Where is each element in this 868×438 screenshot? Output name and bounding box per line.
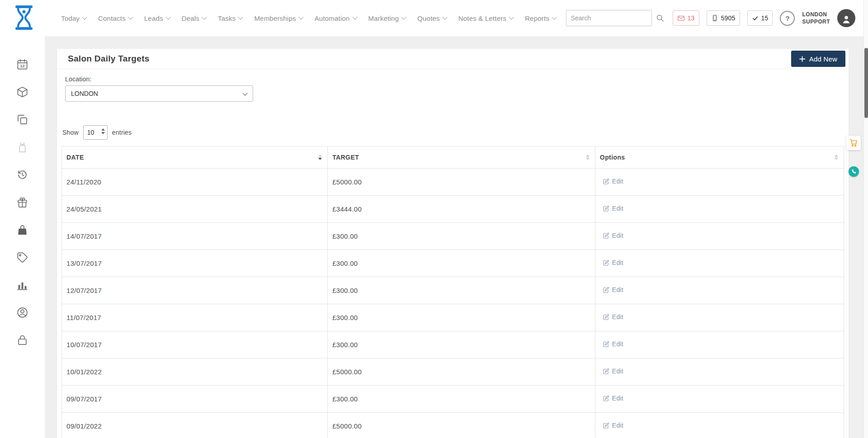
- page-length-control: Show 10 entries: [62, 125, 844, 140]
- chevron-down-icon: [442, 14, 447, 19]
- nav-item-label: Reports: [525, 14, 549, 22]
- tasks-count: 15: [761, 14, 769, 22]
- location-select[interactable]: LONDON: [65, 85, 253, 102]
- edit-link[interactable]: Edit: [600, 422, 623, 429]
- sort-icon: [586, 155, 590, 160]
- options-cell: Edit: [595, 358, 844, 386]
- shopping-bag-icon[interactable]: [16, 223, 29, 236]
- bar-chart-icon[interactable]: [16, 278, 29, 291]
- table-row: 09/01/2022£5000.00Edit: [62, 413, 844, 438]
- app-logo[interactable]: [14, 5, 34, 31]
- phone-widget[interactable]: [849, 166, 859, 177]
- target-cell: £300.00: [328, 223, 595, 250]
- edit-link[interactable]: Edit: [600, 232, 623, 239]
- edit-label: Edit: [612, 422, 623, 429]
- nav-item-quotes[interactable]: Quotes: [417, 14, 447, 22]
- edit-label: Edit: [612, 205, 623, 212]
- add-new-label: Add New: [809, 55, 837, 63]
- mail-count: 13: [688, 14, 695, 22]
- nav-item-automation[interactable]: Automation: [315, 14, 357, 22]
- nav-item-label: Today: [61, 14, 80, 22]
- chevron-down-icon: [509, 14, 514, 19]
- nav-item-memberships[interactable]: Memberships: [254, 14, 302, 22]
- search-input[interactable]: [566, 10, 652, 26]
- gift-icon[interactable]: [16, 196, 29, 208]
- page-title: Salon Daily Targets: [68, 54, 150, 64]
- edit-label: Edit: [612, 367, 623, 375]
- help-icon[interactable]: ?: [780, 11, 795, 26]
- table-row: 09/07/2017£300.00Edit: [62, 386, 844, 413]
- nav-item-leads[interactable]: Leads: [144, 14, 170, 22]
- add-new-button[interactable]: Add New: [791, 51, 845, 67]
- search-icon[interactable]: [655, 13, 665, 24]
- package-icon[interactable]: [16, 85, 29, 98]
- column-header-target[interactable]: TARGET: [328, 146, 595, 169]
- nav-item-today[interactable]: Today: [61, 14, 86, 22]
- table-row: 10/01/2022£5000.00Edit: [62, 358, 844, 386]
- show-label: Show: [62, 129, 79, 136]
- edit-link[interactable]: Edit: [600, 367, 623, 375]
- table-row: 13/07/2017£300.00Edit: [62, 250, 844, 277]
- options-cell: Edit: [595, 223, 844, 250]
- tasks-badge[interactable]: 15: [747, 10, 773, 26]
- edit-link[interactable]: Edit: [600, 340, 623, 348]
- nav-item-label: Leads: [144, 14, 163, 22]
- date-cell: 11/07/2017: [62, 304, 328, 331]
- edit-icon: [603, 422, 609, 429]
- user-avatar[interactable]: [837, 9, 855, 27]
- apron-icon[interactable]: [16, 141, 29, 153]
- edit-link[interactable]: Edit: [600, 178, 623, 185]
- user-name-line1: LONDON: [802, 11, 830, 18]
- mail-badge[interactable]: 13: [673, 10, 699, 26]
- nav-item-tasks[interactable]: Tasks: [218, 14, 242, 22]
- search-area: [566, 10, 665, 26]
- copy-icon[interactable]: [16, 113, 29, 126]
- edit-link[interactable]: Edit: [600, 259, 623, 266]
- chevron-down-icon: [352, 14, 357, 19]
- options-cell: Edit: [595, 331, 844, 358]
- page-size-select[interactable]: 10: [83, 125, 108, 140]
- edit-icon: [603, 395, 609, 402]
- edit-label: Edit: [612, 340, 623, 348]
- scrollbar-thumb[interactable]: [864, 48, 868, 118]
- edit-link[interactable]: Edit: [600, 313, 623, 320]
- edit-link[interactable]: Edit: [600, 395, 623, 402]
- tag-icon[interactable]: [16, 251, 29, 264]
- targets-table: DATE TARGET Options: [61, 146, 844, 438]
- column-header-options[interactable]: Options: [595, 146, 844, 169]
- calendar-icon[interactable]: 12: [16, 58, 29, 71]
- edit-label: Edit: [612, 259, 623, 266]
- topbar-right: 13 5905 15 ? LONDON SUPPORT: [566, 0, 855, 36]
- history-icon[interactable]: [16, 168, 29, 181]
- sort-icon: [835, 155, 838, 160]
- chevron-down-icon: [202, 14, 207, 19]
- phone-icon: [851, 169, 857, 174]
- nav-item-deals[interactable]: Deals: [182, 14, 206, 22]
- nav-item-reports[interactable]: Reports: [525, 14, 556, 22]
- chevron-down-icon: [165, 14, 170, 19]
- edit-icon: [603, 178, 609, 185]
- cart-widget[interactable]: [846, 136, 861, 150]
- nav-item-notes-letters[interactable]: Notes & Letters: [458, 14, 513, 22]
- scrollbar[interactable]: [863, 0, 868, 438]
- user-name-line2: SUPPORT: [802, 18, 830, 25]
- options-cell: Edit: [595, 250, 844, 277]
- chevron-down-icon: [552, 14, 557, 19]
- support-icon[interactable]: [16, 306, 29, 319]
- target-cell: £300.00: [328, 331, 595, 358]
- column-header-date[interactable]: DATE: [62, 146, 328, 169]
- calls-badge[interactable]: 5905: [707, 10, 740, 26]
- edit-link[interactable]: Edit: [600, 205, 623, 212]
- target-cell: £300.00: [328, 277, 595, 304]
- nav-item-contacts[interactable]: Contacts: [98, 14, 132, 22]
- edit-icon: [603, 287, 609, 293]
- edit-icon: [603, 314, 609, 320]
- nav-item-marketing[interactable]: Marketing: [368, 14, 406, 22]
- edit-link[interactable]: Edit: [600, 286, 623, 293]
- location-filter: Location: LONDON: [65, 75, 844, 102]
- lock-icon[interactable]: [16, 334, 29, 346]
- date-cell: 24/05/2021: [62, 196, 328, 223]
- options-cell: Edit: [595, 386, 844, 413]
- screen: TodayContactsLeadsDealsTasksMembershipsA…: [0, 0, 868, 438]
- edit-label: Edit: [612, 286, 623, 293]
